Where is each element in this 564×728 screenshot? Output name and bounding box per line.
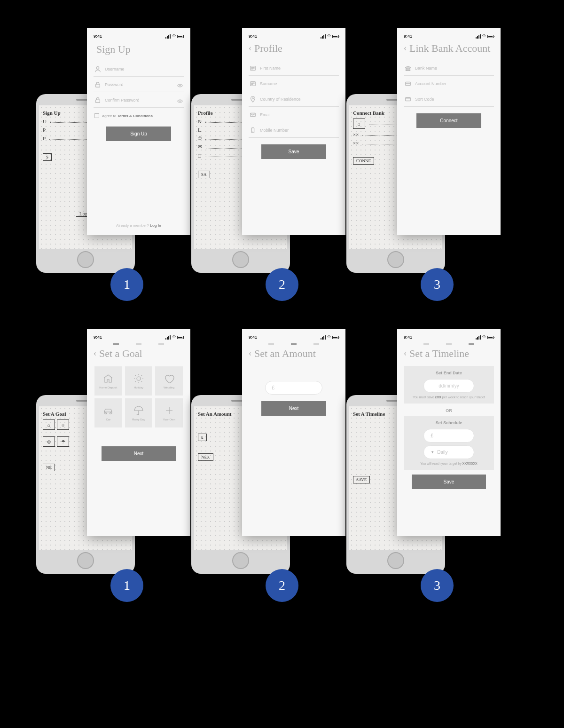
amount-input[interactable]: £ bbox=[265, 381, 323, 395]
svg-rect-10 bbox=[251, 113, 256, 117]
row-1: Sign Up U P P S Login 9:41 Sign Up bbox=[0, 28, 564, 273]
wifi-icon bbox=[172, 335, 176, 339]
step-badge: 2 bbox=[266, 569, 298, 602]
date-help: You must save £XX per week to reach your… bbox=[409, 396, 488, 399]
date-input[interactable]: dd/mm/yy bbox=[423, 379, 474, 393]
wireframe-goal: 9:41 ‹ Set a Goal Home Deposit Holiday W… bbox=[87, 329, 190, 536]
terms-row[interactable]: Agree to Terms & Conditions bbox=[94, 113, 183, 118]
progress-tabs bbox=[249, 343, 339, 345]
signal-icon bbox=[321, 335, 326, 340]
card-title: Set Schedule bbox=[409, 420, 488, 425]
mail-icon bbox=[250, 111, 256, 118]
save-button[interactable]: Save bbox=[261, 144, 326, 159]
goal-tile-wedding[interactable]: Wedding bbox=[155, 366, 183, 396]
signal-icon bbox=[165, 335, 171, 340]
eye-icon[interactable] bbox=[177, 97, 183, 103]
back-icon[interactable]: ‹ bbox=[249, 42, 251, 54]
wireframe-profile: 9:41 ‹ Profile First Name Surname Countr… bbox=[242, 28, 345, 235]
plus-icon bbox=[164, 405, 175, 416]
password-field[interactable]: Password bbox=[94, 78, 184, 92]
email-field[interactable]: Email bbox=[249, 108, 339, 122]
back-icon[interactable]: ‹ bbox=[249, 348, 251, 359]
goal-tile-holiday[interactable]: Holiday bbox=[125, 366, 153, 396]
sketch-title: Set A Timeline bbox=[353, 411, 385, 417]
next-button[interactable]: Next bbox=[102, 446, 175, 461]
svg-point-0 bbox=[96, 67, 99, 69]
wifi-icon bbox=[172, 34, 176, 38]
footer-login-link[interactable]: Already a member? Log In bbox=[87, 223, 190, 228]
goal-tile-home[interactable]: Home Deposit bbox=[94, 366, 122, 396]
page-title: Profile bbox=[254, 42, 282, 55]
screen-timeline-group: Set A Timeline SAVE 9:41 ‹ Set a Timelin… bbox=[374, 329, 501, 574]
goal-tile-car[interactable]: Car bbox=[94, 398, 122, 427]
svg-point-4 bbox=[180, 101, 180, 102]
page-title: Set a Timeline bbox=[409, 348, 469, 359]
progress-tabs bbox=[94, 343, 184, 345]
sort-code-field[interactable]: Sort Code bbox=[404, 92, 494, 107]
schedule-amount-input[interactable]: £ bbox=[423, 429, 474, 443]
connect-button[interactable]: Connect bbox=[416, 113, 481, 128]
svg-point-6 bbox=[251, 67, 252, 68]
currency-label: £ bbox=[272, 385, 275, 390]
status-time: 9:41 bbox=[404, 34, 412, 39]
signal-icon bbox=[476, 335, 481, 340]
status-time: 9:41 bbox=[94, 335, 102, 340]
schedule-frequency-select[interactable]: ▼Daily bbox=[423, 445, 474, 459]
bank-name-field[interactable]: Bank Name bbox=[404, 61, 494, 76]
wifi-icon bbox=[327, 335, 331, 339]
signal-icon bbox=[476, 34, 481, 39]
umbrella-icon bbox=[133, 405, 144, 416]
battery-icon bbox=[332, 336, 339, 339]
sketch-title: Set A Goal bbox=[43, 411, 66, 417]
battery-icon bbox=[177, 336, 184, 339]
next-button[interactable]: Next bbox=[261, 401, 326, 416]
sketch-title: Sign Up bbox=[43, 110, 61, 116]
status-time: 9:41 bbox=[249, 335, 257, 340]
end-date-card: Set End Date dd/mm/yy You must save £XX … bbox=[404, 366, 494, 404]
username-field[interactable]: Username bbox=[94, 62, 184, 77]
svg-rect-5 bbox=[251, 66, 256, 71]
status-time: 9:41 bbox=[94, 34, 102, 39]
svg-rect-7 bbox=[251, 82, 256, 86]
or-divider: OR bbox=[404, 408, 494, 413]
back-icon[interactable]: ‹ bbox=[94, 348, 96, 359]
svg-rect-13 bbox=[406, 82, 411, 86]
goal-tile-own[interactable]: Your Own bbox=[155, 398, 183, 427]
page-title: Set a Goal bbox=[99, 348, 142, 360]
card-icon bbox=[405, 96, 411, 103]
goal-tile-rainy[interactable]: Rainy Day bbox=[125, 398, 153, 427]
first-name-field[interactable]: First Name bbox=[249, 61, 339, 76]
page-title: Set an Amount bbox=[254, 348, 316, 359]
eye-icon[interactable] bbox=[177, 82, 183, 87]
surname-field[interactable]: Surname bbox=[249, 77, 339, 91]
confirm-password-field[interactable]: Confirm Password bbox=[94, 93, 184, 108]
signal-icon bbox=[165, 34, 171, 39]
svg-point-8 bbox=[251, 83, 252, 84]
lock-icon bbox=[94, 81, 101, 88]
step-badge: 1 bbox=[110, 569, 143, 602]
card-icon bbox=[405, 80, 411, 87]
mobile-field[interactable]: Mobile Number bbox=[249, 123, 339, 138]
statusbar: 9:41 bbox=[249, 334, 339, 340]
checkbox-icon[interactable] bbox=[94, 113, 99, 118]
screen-amount-group: Set An Amount £ NEX 9:41 ‹ Set an Amount… bbox=[219, 329, 345, 574]
svg-point-12 bbox=[253, 132, 253, 132]
battery-icon bbox=[177, 35, 184, 38]
step-badge: 3 bbox=[421, 569, 454, 602]
sketch-title: Profile bbox=[198, 110, 213, 116]
account-number-field[interactable]: Account Number bbox=[404, 77, 494, 91]
svg-point-15 bbox=[137, 377, 141, 380]
back-icon[interactable]: ‹ bbox=[404, 348, 407, 359]
save-button[interactable]: Save bbox=[412, 475, 486, 489]
signup-button[interactable]: Sign Up bbox=[106, 127, 171, 141]
country-field[interactable]: Country of Residence bbox=[249, 92, 339, 107]
chevron-down-icon: ▼ bbox=[431, 450, 434, 454]
id-icon bbox=[250, 80, 256, 87]
goal-grid: Home Deposit Holiday Wedding Car Rainy D… bbox=[94, 366, 183, 427]
bank-icon bbox=[405, 65, 411, 71]
row-2: Set A Goal ⌂ ☼ ⊕ ☂ NE 9:41 ‹ Set a Goal … bbox=[0, 329, 564, 574]
heart-icon bbox=[164, 373, 175, 384]
back-icon[interactable]: ‹ bbox=[404, 42, 407, 54]
step-badge: 1 bbox=[110, 268, 143, 301]
statusbar: 9:41 bbox=[404, 334, 494, 340]
